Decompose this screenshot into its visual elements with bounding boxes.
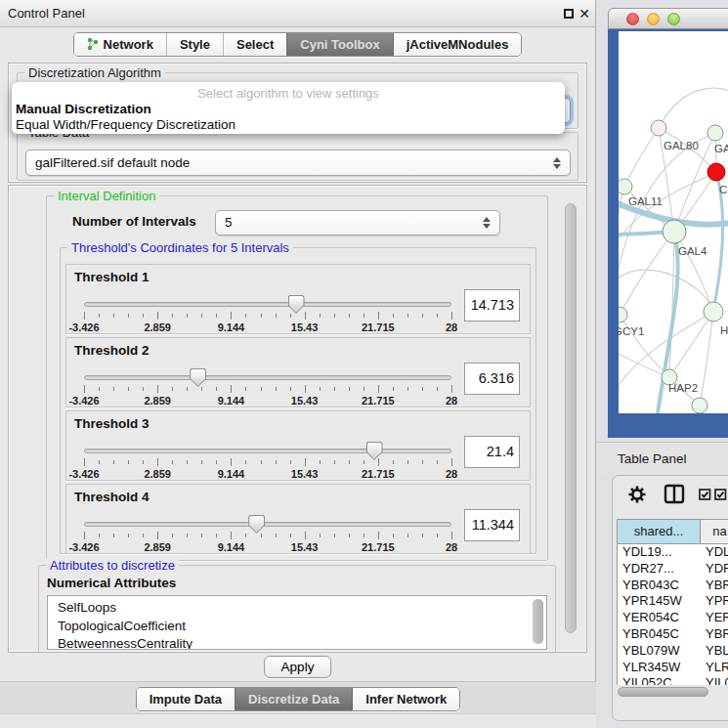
slider-ticks <box>84 312 451 321</box>
table-cell: YER0 <box>701 610 728 626</box>
attribute-item[interactable]: SelfLoops <box>48 599 546 618</box>
column-view-icon[interactable] <box>664 484 685 504</box>
tab-impute-data[interactable]: Impute Data <box>137 688 235 710</box>
combo-stepper-icon <box>553 157 561 169</box>
discretization-algorithm-title: Discretization Algorithm <box>24 65 165 80</box>
slider-ticks <box>84 385 451 395</box>
network-node[interactable] <box>619 307 627 322</box>
threshold-slider[interactable]: -3.4262.8599.14415.4321.71528 <box>84 368 451 407</box>
table-row[interactable]: YIL052CYIL0 <box>618 675 728 685</box>
slider-thumb[interactable] <box>248 515 265 534</box>
network-node[interactable] <box>704 302 723 321</box>
slider-thumb[interactable] <box>190 368 206 387</box>
threshold-slider[interactable]: -3.4262.8599.14415.4321.71528 <box>84 515 451 554</box>
table-column-header[interactable]: na <box>701 520 728 543</box>
right-side-area: GAL80GACGAL11GAL4GCY1HHAP2 Table Panel <box>596 0 728 728</box>
table-row[interactable]: YPR145WYPR1 <box>618 593 728 610</box>
slider-track[interactable] <box>84 302 451 307</box>
slider-tick-labels: -3.4262.8599.14415.4321.71528 <box>84 468 451 481</box>
panel-scrollbar-thumb[interactable] <box>565 203 577 633</box>
dropdown-option[interactable]: Equal Width/Frequency Discretization <box>12 117 565 133</box>
number-of-intervals-value: 5 <box>225 215 233 230</box>
numerical-attributes-label: Numerical Attributes <box>47 576 176 590</box>
settings-section: Interval Definition Number of Intervals … <box>8 185 587 653</box>
table-header-row: shared...na <box>618 520 728 544</box>
close-panel-icon[interactable]: ✕ <box>578 0 590 27</box>
tab-discretize-data[interactable]: Discretize Data <box>235 688 352 710</box>
threshold-value-field[interactable]: 21.4 <box>464 436 520 468</box>
network-node[interactable] <box>707 163 725 181</box>
threshold-value-field[interactable]: 11.344 <box>464 509 520 541</box>
tab-cyni-toolbox[interactable]: Cyni Toolbox <box>286 33 392 56</box>
slider-ticks <box>84 458 451 468</box>
attribute-item[interactable]: BetweennessCentrality <box>48 635 546 650</box>
table-row[interactable]: YER054CYER0 <box>618 610 728 626</box>
slider-track[interactable] <box>84 449 451 453</box>
table-row[interactable]: YLR345WYLR3 <box>618 660 728 676</box>
network-node[interactable] <box>619 179 632 194</box>
network-node[interactable] <box>707 125 723 141</box>
checkbox-icon[interactable] <box>699 489 711 500</box>
network-node-label: GAL80 <box>664 140 699 151</box>
slider-thumb[interactable] <box>288 295 305 314</box>
network-node[interactable] <box>663 220 686 243</box>
table-cell: YBL0 <box>701 643 728 660</box>
slider-tick-labels: -3.4262.8599.14415.4321.71528 <box>84 395 451 407</box>
tab-style[interactable]: Style <box>166 33 223 56</box>
table-cell: YBR0 <box>701 578 728 594</box>
tab-jactivemnodules[interactable]: jActiveMNodules <box>393 33 522 56</box>
tab-select[interactable]: Select <box>223 33 286 56</box>
number-of-intervals-select[interactable]: 5 <box>215 210 500 236</box>
control-panel-tabs: NetworkStyleSelectCyni ToolboxjActiveMNo… <box>73 32 523 57</box>
network-node-label: GA <box>714 143 728 154</box>
table-row[interactable]: YDL19...YDL1 <box>618 544 728 561</box>
table-data-select[interactable]: galFiltered.sif default node <box>25 150 571 176</box>
table-cell: YBL079W <box>618 643 701 660</box>
minimize-window-button[interactable] <box>647 13 660 25</box>
slider-track[interactable] <box>84 522 451 527</box>
threshold-panel: Threshold 4-3.4262.8599.14415.4321.71528… <box>65 484 531 554</box>
slider-thumb[interactable] <box>366 442 383 460</box>
network-node[interactable] <box>651 120 666 136</box>
numerical-attributes-list[interactable]: SelfLoopsTopologicalCoefficientBetweenne… <box>47 595 547 650</box>
slider-tick-labels: -3.4262.8599.14415.4321.71528 <box>84 321 451 334</box>
table-row[interactable]: YBL079WYBL0 <box>618 643 728 660</box>
network-canvas[interactable]: GAL80GACGAL11GAL4GCY1HHAP2 <box>619 31 728 413</box>
network-window-titlebar <box>608 8 728 29</box>
threshold-slider[interactable]: -3.4262.8599.14415.4321.71528 <box>84 295 451 334</box>
dropdown-placeholder: Select algorithm to view settings <box>12 86 565 102</box>
table-row[interactable]: YBR045CYBR0 <box>618 626 728 643</box>
table-data-selected-value: galFiltered.sif default node <box>35 155 190 170</box>
zoom-window-button[interactable] <box>667 13 680 25</box>
tab-infer-network[interactable]: Infer Network <box>352 688 459 710</box>
network-node[interactable] <box>692 398 707 413</box>
table-column-header[interactable]: shared... <box>618 520 701 543</box>
table-cell: YLR3 <box>701 660 728 676</box>
network-node-label: HAP2 <box>668 382 698 394</box>
control-panel-titlebar: Control Panel ✕ <box>0 0 595 27</box>
threshold-value-field[interactable]: 6.316 <box>464 363 520 395</box>
threshold-slider[interactable]: -3.4262.8599.14415.4321.71528 <box>84 442 451 481</box>
attribute-item[interactable]: TopologicalCoefficient <box>48 618 546 636</box>
network-graph: GAL80GACGAL11GAL4GCY1HHAP2 <box>619 31 728 413</box>
threshold-value-field[interactable]: 14.713 <box>464 289 520 321</box>
table-cell: YDL19... <box>618 544 701 561</box>
table-cell: YPR1 <box>701 593 728 610</box>
table-horizontal-scrollbar[interactable] <box>618 687 708 697</box>
tab-network[interactable]: Network <box>74 33 166 56</box>
gear-icon[interactable] <box>627 485 647 504</box>
network-node-label: C <box>719 184 727 195</box>
number-of-intervals-label: Number of Intervals <box>72 214 196 229</box>
attributes-list-scrollbar[interactable] <box>533 599 543 644</box>
float-panel-icon[interactable] <box>564 9 574 19</box>
checkbox-icon[interactable] <box>714 489 727 500</box>
close-window-button[interactable] <box>626 13 639 25</box>
table-cell: YDR2 <box>701 561 728 578</box>
table-row[interactable]: YDR27...YDR2 <box>618 561 728 578</box>
apply-button[interactable]: Apply <box>264 656 332 678</box>
dropdown-option[interactable]: Manual Discretization <box>12 102 565 117</box>
thresholds-group: Threshold's Coordinates for 5 Intervals … <box>60 247 536 554</box>
table-row[interactable]: YBR043CYBR0 <box>618 578 728 594</box>
table-panel-titlebar: Table Panel <box>596 442 728 474</box>
slider-track[interactable] <box>84 375 451 380</box>
